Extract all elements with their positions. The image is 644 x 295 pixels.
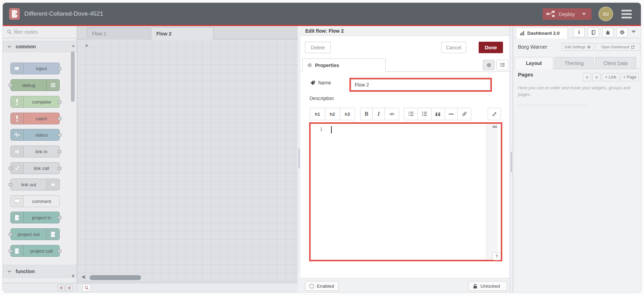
editor-caret — [331, 126, 332, 133]
editor-scroll-track[interactable] — [486, 124, 498, 260]
flow-enabled-toggle[interactable]: Enabled — [305, 281, 339, 291]
palette-node-debug[interactable]: debug — [10, 79, 60, 91]
flow-canvas-grid[interactable] — [77, 39, 298, 283]
md-h1-button[interactable]: h1 — [310, 108, 325, 120]
md-h2-button[interactable]: h2 — [325, 108, 340, 120]
link-call-icon — [11, 163, 24, 174]
tab-theming[interactable]: Theming — [555, 57, 594, 69]
md-code-button[interactable]: </> — [385, 108, 399, 120]
gear-icon — [587, 45, 591, 49]
book-icon — [591, 30, 596, 35]
md-h3-button[interactable]: h3 — [340, 108, 355, 120]
canvas-h-scrollbar-thumb[interactable] — [90, 275, 141, 280]
canvas-tray-splitter[interactable] — [298, 26, 300, 292]
delete-button[interactable]: Delete — [305, 42, 331, 53]
ordered-list-icon — [408, 112, 414, 116]
info-tab-button[interactable]: i — [573, 27, 585, 37]
sidebar-tabs-dropdown-caret[interactable] — [631, 31, 636, 33]
edit-config-button[interactable] — [483, 60, 495, 70]
main-menu-button[interactable] — [620, 8, 633, 20]
add-link-button[interactable]: + Link — [602, 73, 619, 81]
palette-node-status[interactable]: status — [10, 129, 60, 141]
palette-node-project-call[interactable]: project call — [10, 245, 60, 257]
palette-node-link-out[interactable]: link out — [10, 179, 60, 190]
palette-node-link-call[interactable]: link call — [10, 162, 60, 174]
md-blockquote-button[interactable] — [431, 108, 445, 120]
add-page-button[interactable]: + Page — [621, 73, 639, 81]
header: Different-Collared-Dove-4521 Deploy su — [3, 3, 641, 25]
palette-node-project-out[interactable]: project out — [10, 228, 60, 240]
chevron-down-icon — [7, 269, 11, 273]
tab-layout[interactable]: Layout — [514, 57, 553, 69]
gear-icon — [486, 63, 492, 68]
palette-node-inject[interactable]: inject — [10, 63, 60, 74]
zoom-button[interactable] — [82, 284, 91, 292]
config-nodes-tab-button[interactable] — [617, 27, 628, 37]
editor-help-button[interactable]: ? — [493, 253, 501, 260]
edit-tray-footer: Enabled Unlocked — [300, 278, 510, 292]
exclamation-icon — [11, 113, 24, 124]
annotation-box-description-editor: 1 — [309, 122, 502, 261]
editor-line-number: 1 — [314, 126, 323, 132]
collapse-categories-button[interactable] — [57, 285, 65, 291]
move-down-button[interactable] — [592, 73, 601, 81]
palette-scroll-up-arrow[interactable]: ▲ — [71, 43, 75, 48]
canvas-scroll-up-arrow[interactable]: ▲ — [84, 43, 89, 47]
md-italic-button[interactable]: I — [372, 108, 385, 120]
tray-sidebar-splitter[interactable] — [510, 26, 513, 292]
gear-icon — [619, 30, 625, 35]
editor-scrollbar-thumb[interactable] — [493, 126, 497, 128]
tab-properties[interactable]: Properties — [302, 58, 386, 72]
flow-lock-toggle[interactable]: Unlocked — [468, 281, 507, 291]
tab-dashboard-2[interactable]: Dashboard 2.0 — [516, 27, 568, 39]
description-editor[interactable]: 1 — [311, 124, 501, 260]
dashboard-project-name: Borg Warner — [518, 44, 547, 50]
palette-node-comment[interactable]: comment — [10, 195, 60, 207]
md-hr-button[interactable] — [445, 108, 458, 120]
double-chevron-up-icon — [59, 286, 63, 290]
user-avatar[interactable]: su — [598, 7, 613, 21]
md-bold-button[interactable]: B — [360, 108, 373, 120]
right-sidebar: Dashboard 2.0 i Borg Warner Edit Setti — [513, 26, 641, 292]
canvas-scroll-left-arrow[interactable]: ◀ — [81, 274, 85, 279]
md-heading-group: h1 h2 h3 — [310, 108, 355, 120]
tab-flow-2[interactable]: Flow 2 — [151, 27, 214, 40]
pages-help-text: Here you can re-order and move your widg… — [518, 85, 635, 98]
md-expand-button[interactable] — [488, 108, 501, 120]
deploy-label: Deploy — [559, 11, 575, 17]
md-ordered-list-button[interactable] — [404, 108, 418, 120]
palette-node-complete[interactable]: complete — [10, 96, 60, 108]
palette-scrollbar-thumb[interactable] — [71, 51, 75, 102]
palette-category-function[interactable]: function — [3, 265, 77, 278]
palette-category-common[interactable]: common — [3, 41, 77, 52]
md-link-button[interactable] — [457, 108, 471, 120]
palette-node-link-in[interactable]: link in — [10, 146, 60, 157]
edit-settings-button[interactable]: Edit Settings — [562, 43, 594, 51]
info-icon: i — [578, 29, 580, 35]
help-docs-tab-button[interactable] — [588, 27, 599, 37]
tab-client-data[interactable]: Client Data — [595, 57, 636, 69]
node-red-icon — [47, 229, 59, 240]
palette-node-project-in[interactable]: project in — [10, 212, 60, 223]
debug-tab-button[interactable] — [602, 27, 613, 37]
deploy-dropdown-caret[interactable] — [582, 13, 586, 15]
waveform-icon — [11, 129, 24, 140]
tab-flow-1[interactable]: Flow 1 — [87, 27, 149, 39]
tag-icon — [310, 80, 315, 85]
expand-categories-button[interactable] — [65, 285, 73, 291]
node-red-icon — [11, 245, 24, 256]
done-button[interactable]: Done — [479, 42, 503, 53]
md-unordered-list-button[interactable] — [418, 108, 431, 120]
flow-name-input[interactable] — [351, 79, 490, 90]
move-up-button[interactable] — [583, 73, 591, 81]
deploy-icon — [546, 10, 555, 17]
description-list-button[interactable] — [496, 60, 508, 70]
search-icon — [7, 30, 12, 34]
cancel-button[interactable]: Cancel — [441, 42, 466, 53]
filter-nodes-input[interactable] — [14, 29, 63, 35]
open-dashboard-button[interactable]: Open Dashboard — [596, 43, 640, 51]
palette-search[interactable] — [3, 26, 77, 38]
deploy-button[interactable]: Deploy — [543, 8, 592, 20]
palette-scroll-down-arrow[interactable]: ▼ — [71, 274, 75, 278]
palette-node-catch[interactable]: catch — [10, 113, 60, 124]
